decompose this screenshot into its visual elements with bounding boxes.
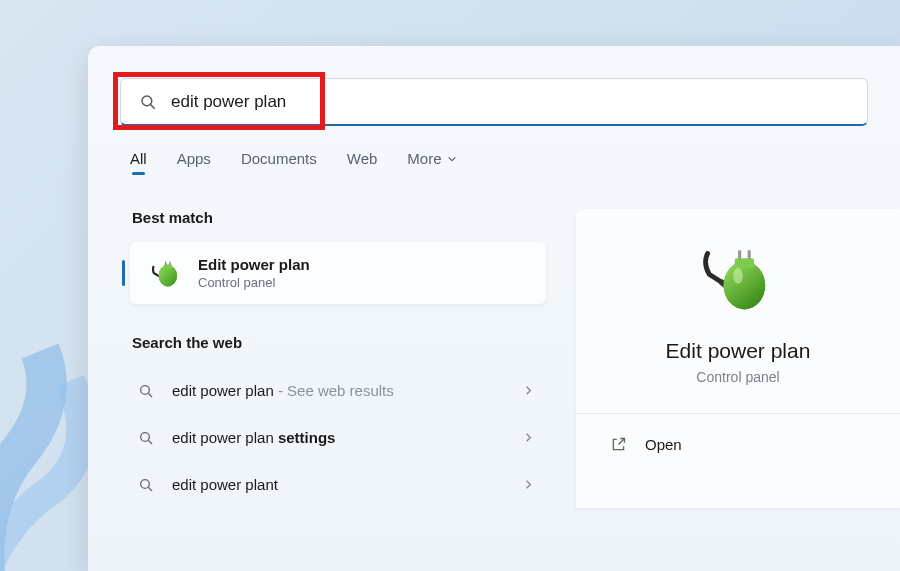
results-column: Best match [130, 203, 546, 508]
search-icon [138, 383, 154, 399]
tab-documents[interactable]: Documents [241, 150, 317, 173]
svg-line-1 [151, 104, 155, 108]
best-match-header: Best match [132, 209, 546, 226]
svg-line-8 [148, 393, 152, 397]
svg-point-9 [141, 432, 150, 441]
svg-rect-16 [735, 258, 754, 268]
web-result-label: edit power plan - See web results [172, 382, 523, 399]
search-box[interactable] [120, 78, 868, 126]
web-result-label: edit power plan settings [172, 429, 523, 446]
search-input[interactable] [171, 92, 849, 112]
tab-apps[interactable]: Apps [177, 150, 211, 173]
open-label: Open [645, 436, 682, 453]
open-action[interactable]: Open [606, 422, 870, 467]
search-icon [139, 93, 157, 111]
search-web-header: Search the web [132, 334, 546, 351]
search-filter-tabs: All Apps Documents Web More [88, 126, 900, 185]
search-icon [138, 477, 154, 493]
power-plan-icon [148, 256, 182, 290]
preview-title: Edit power plan [606, 339, 870, 363]
chevron-right-icon [523, 385, 534, 396]
web-result-label: edit power plant [172, 476, 523, 493]
svg-point-11 [141, 479, 150, 488]
svg-line-19 [619, 439, 625, 445]
tab-more-label: More [407, 150, 441, 167]
best-match-title: Edit power plan [198, 256, 310, 273]
tab-more[interactable]: More [407, 150, 456, 173]
start-search-panel: All Apps Documents Web More Best match [88, 46, 900, 571]
svg-point-7 [141, 385, 150, 394]
chevron-down-icon [447, 154, 457, 164]
tab-all[interactable]: All [130, 150, 147, 173]
web-result[interactable]: edit power plant [130, 461, 546, 508]
web-result[interactable]: edit power plan - See web results [130, 367, 546, 414]
svg-point-0 [142, 96, 152, 106]
svg-rect-4 [164, 265, 173, 269]
best-match-result[interactable]: Edit power plan Control panel [130, 242, 546, 304]
web-result[interactable]: edit power plan settings [130, 414, 546, 461]
svg-point-15 [733, 268, 743, 284]
divider [576, 413, 900, 414]
svg-line-10 [148, 440, 152, 444]
svg-rect-17 [738, 250, 741, 259]
search-icon [138, 430, 154, 446]
open-external-icon [610, 436, 627, 453]
tab-web[interactable]: Web [347, 150, 378, 173]
best-match-subtitle: Control panel [198, 275, 310, 290]
svg-rect-6 [169, 262, 170, 266]
preview-pane: Edit power plan Control panel Open [576, 209, 900, 508]
chevron-right-icon [523, 432, 534, 443]
svg-point-14 [724, 261, 766, 309]
chevron-right-icon [523, 479, 534, 490]
svg-line-12 [148, 487, 152, 491]
svg-rect-5 [165, 262, 166, 266]
power-plan-icon-large [698, 239, 778, 319]
preview-subtitle: Control panel [606, 369, 870, 385]
svg-rect-18 [748, 250, 751, 259]
